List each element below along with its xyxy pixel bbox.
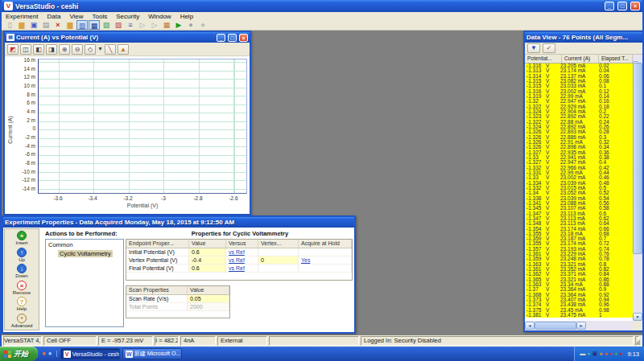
image-export-icon[interactable]: ▧ — [101, 20, 112, 30]
chart-maximize-button[interactable]: □ — [228, 34, 237, 42]
scan-column-header: Value — [188, 286, 229, 294]
resize-grip-icon[interactable]: ◢ — [634, 338, 640, 346]
versus-link[interactable]: vs Ref — [226, 256, 258, 265]
start-button[interactable]: 开始 — [0, 347, 38, 361]
column-header[interactable]: Potential... — [525, 55, 562, 63]
menu-view[interactable]: View — [69, 13, 83, 20]
property-value-cell[interactable]: 0.6 — [189, 265, 226, 273]
versus-link[interactable]: vs Ref — [226, 248, 258, 256]
tray-icon-4[interactable]: ● — [599, 351, 602, 357]
save-icon[interactable]: ▣ — [28, 20, 39, 30]
up-button[interactable]: ↑ Up — [17, 248, 27, 262]
delete-icon[interactable]: × — [52, 20, 64, 30]
advanced-button[interactable]: * Advanced — [11, 314, 33, 328]
column-header[interactable]: Current (A) — [562, 55, 599, 63]
data-list-icon[interactable]: ≡ — [125, 20, 136, 30]
scroll-left-icon[interactable]: ◄ — [525, 322, 535, 330]
chart-minimize-button[interactable]: _ — [217, 34, 225, 42]
new-icon[interactable]: ▯ — [4, 20, 15, 30]
versus-link[interactable]: vs Ref — [226, 265, 258, 273]
folder-icon[interactable]: ▆ — [64, 20, 76, 30]
tray-icon-6[interactable]: ● — [609, 351, 613, 357]
acquire-at-hold-link[interactable] — [299, 265, 352, 273]
data-grid-icon[interactable]: ▦ — [161, 20, 172, 30]
column-header[interactable]: Elapsed T... — [599, 55, 633, 63]
tray-icon-7[interactable]: ● — [614, 351, 617, 357]
actions-list: Common Cyclic Voltammetry — [45, 239, 124, 327]
task-button-versastudio[interactable]: V VersaStudio - ceshi — [60, 348, 120, 359]
insert-button[interactable]: + Insert — [15, 231, 27, 245]
menu-security[interactable]: Security — [116, 13, 139, 20]
menu-tools[interactable]: Tools — [93, 13, 108, 20]
tray-icon-8[interactable]: ● — [619, 351, 622, 357]
vertical-scrollbar[interactable]: ▲ ▼ — [633, 55, 642, 321]
versastudio-logo-icon: V — [4, 2, 13, 10]
pause-icon[interactable]: ● — [197, 20, 208, 30]
close-button[interactable]: × — [630, 2, 640, 10]
rerun-disabled-icon[interactable]: ▷ — [149, 20, 160, 30]
zoom-out-icon[interactable]: ⊖ — [72, 44, 83, 55]
tray-icon-1[interactable]: ▬ — [580, 351, 585, 357]
maximize-button[interactable]: □ — [617, 2, 627, 10]
menu-help[interactable]: Help — [180, 13, 193, 20]
menu-experiment[interactable]: Experiment — [6, 13, 38, 20]
vertex-value-cell[interactable] — [258, 248, 299, 256]
graph-edit-icon[interactable]: ▨ — [113, 20, 124, 30]
scrollbar-thumb[interactable] — [633, 63, 642, 254]
quick-launch-icon-1[interactable]: ● — [42, 351, 46, 357]
scroll-right-icon[interactable]: ► — [576, 322, 586, 330]
stop-icon[interactable]: ● — [185, 20, 196, 30]
zoom-y-icon[interactable]: ◨ — [46, 44, 57, 55]
tray-icon-2[interactable]: ● — [587, 351, 590, 357]
tree-item-cyclic-voltammetry[interactable]: Cyclic Voltammetry — [58, 250, 113, 257]
task-button-word[interactable]: W 新建 Microsoft O... — [122, 348, 182, 359]
acquire-at-hold-link[interactable]: Yes — [299, 256, 352, 265]
minimize-button[interactable]: _ — [605, 2, 614, 10]
x-tick-label: -3.4 — [83, 195, 102, 201]
quick-launch-icon-2[interactable]: ● — [48, 351, 52, 357]
run-disabled-icon[interactable]: ▷ — [137, 20, 148, 30]
menu-window[interactable]: Window — [148, 13, 171, 20]
property-value-cell[interactable]: -0.4 — [189, 256, 226, 265]
vertex-value-cell[interactable]: 0 — [258, 256, 299, 265]
peak-tool-icon[interactable]: ▲ — [118, 44, 129, 55]
vertex-value-cell[interactable] — [258, 265, 299, 273]
scan-property-value-cell[interactable]: 0.05 — [188, 295, 229, 303]
down-button[interactable]: ↓ Down — [15, 264, 27, 278]
slope-tool-icon[interactable]: ╲ — [105, 44, 116, 55]
endpoint-row: Final Potential (V) 0.6 vs Ref — [126, 265, 352, 273]
start-button-label: 开始 — [14, 349, 28, 359]
acquire-at-hold-link[interactable] — [299, 248, 352, 256]
scroll-down-icon[interactable]: ▼ — [633, 313, 642, 321]
remove-button[interactable]: × Remove — [13, 281, 31, 295]
zoom-in-icon[interactable]: ⊕ — [59, 44, 70, 55]
side-button-icon: ? — [17, 297, 27, 306]
zoom-box-icon[interactable]: ◫ — [20, 44, 31, 55]
plot-area[interactable] — [38, 59, 247, 194]
tray-icon-5[interactable]: ● — [604, 351, 607, 357]
tray-icon-3[interactable]: ▣ — [592, 351, 598, 357]
select-tool-icon[interactable]: ◩ — [7, 44, 19, 55]
graph-view-icon[interactable]: ▥ — [76, 20, 88, 30]
task-button-label: 新建 Microsoft O... — [134, 350, 181, 358]
run-icon[interactable]: ▶ — [173, 20, 184, 30]
tree-item-common[interactable]: Common — [48, 241, 121, 248]
clock[interactable]: 9:13 — [627, 351, 639, 358]
help-button[interactable]: ? Help — [17, 297, 27, 311]
graph-view2-icon[interactable]: ▦ — [89, 20, 100, 30]
scrollbar-thumb[interactable] — [535, 322, 576, 330]
zoom-x-icon[interactable]: ◧ — [33, 44, 44, 55]
edit-data-icon[interactable]: ✓ — [543, 43, 555, 53]
menu-data[interactable]: Data — [47, 13, 60, 20]
filter-icon[interactable]: ▼ — [527, 43, 540, 53]
property-value-cell[interactable]: 0.6 — [189, 248, 226, 256]
pan-icon[interactable]: ◇ — [85, 44, 96, 55]
print-icon[interactable]: ▤ — [40, 20, 52, 30]
open-icon[interactable]: ▆ — [16, 20, 27, 30]
chart-close-button[interactable]: × — [239, 34, 248, 42]
chart-window: ▤ Current (A) vs Potential (V) _ □ × ◩◫◧… — [3, 31, 251, 215]
dropdown-caret-icon[interactable]: ▾ — [97, 44, 103, 55]
data-row[interactable]: -1.381 V 23.475 mA 1 — [525, 313, 633, 318]
horizontal-scrollbar[interactable]: ◄ ► — [525, 321, 633, 330]
scan-property-value-cell[interactable]: 2000 — [188, 303, 229, 311]
